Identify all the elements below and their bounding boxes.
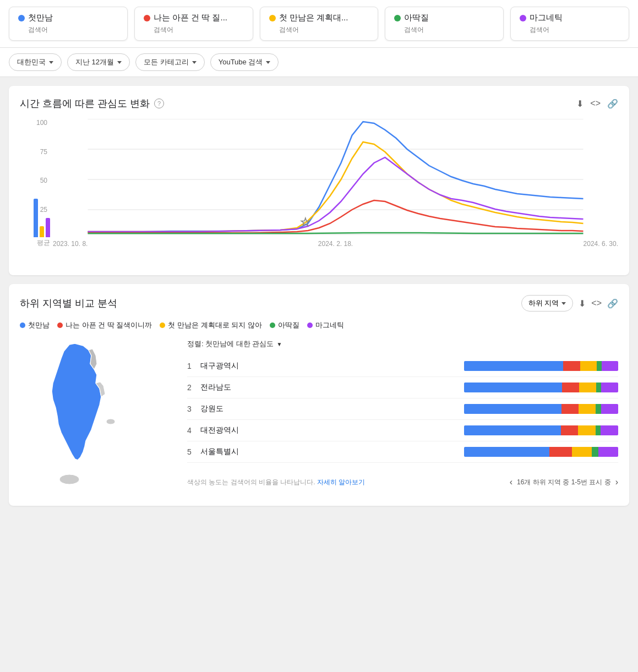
chip-dot — [18, 15, 25, 21]
rank-bar-seg — [598, 447, 618, 457]
legend-dot — [307, 323, 313, 328]
legend-dot — [160, 323, 165, 328]
chip-title: 첫만남 — [18, 13, 53, 23]
x-axis-labels: 2023. 10. 8. 2024. 2. 18. 2024. 6. 30. — [53, 240, 618, 248]
footer-text: 색상의 농도는 검색어의 비율을 나타납니다. — [187, 478, 315, 486]
rank-bar-seg — [592, 447, 598, 457]
avg-label: 평균 — [37, 238, 50, 248]
rank-bar-group — [464, 383, 618, 392]
region-section: 하위 지역별 비교 분석 하위 지역 ⬇ <> 🔗 첫만남나는 아픈 건 딱 질… — [9, 284, 629, 506]
rank-row: 4 대전광역시 — [187, 420, 618, 441]
trend-actions: ⬇ <> 🔗 — [576, 99, 618, 109]
map-islands — [106, 419, 115, 424]
filter-arrow-icon — [192, 61, 197, 64]
chip-sub: 검색어 — [530, 25, 549, 35]
legend-item: 마그네틱 — [307, 320, 344, 330]
rank-bar-seg — [597, 361, 602, 371]
trend-help-icon[interactable]: ? — [154, 99, 164, 108]
region-share-icon[interactable]: 🔗 — [607, 298, 618, 309]
rank-bar-seg — [464, 447, 549, 457]
search-chip-chip3[interactable]: 첫 만남은 계획대... 검색어 — [260, 7, 379, 41]
rank-bar-group — [464, 447, 618, 457]
region-actions: 하위 지역 ⬇ <> 🔗 — [521, 295, 618, 312]
sub-region-button[interactable]: 하위 지역 — [521, 295, 574, 312]
rank-bar-seg — [601, 404, 618, 414]
search-chip-chip1[interactable]: 첫만남 검색어 — [9, 7, 128, 41]
rank-number: 1 — [187, 362, 200, 370]
chip-title: 나는 아픈 건 딱 질... — [144, 13, 227, 23]
legend-dot — [57, 323, 63, 328]
rank-name: 대전광역시 — [200, 425, 464, 435]
chip-sub: 검색어 — [404, 25, 424, 35]
search-chip-chip4[interactable]: 아딱질 검색어 — [385, 7, 504, 41]
sort-label: 정렬: 첫만남에 대한 관심도 ▼ — [187, 339, 618, 349]
rank-name: 서울특별시 — [200, 447, 464, 457]
search-chip-chip2[interactable]: 나는 아픈 건 딱 질... 검색어 — [134, 7, 253, 41]
x-label-1: 2023. 10. 8. — [53, 240, 88, 248]
y-label-75: 75 — [20, 148, 47, 156]
rank-number: 4 — [187, 426, 200, 435]
filter-arrow-icon — [117, 61, 122, 64]
filter-period[interactable]: 지난 12개월 — [67, 53, 130, 71]
sub-region-arrow-icon — [561, 302, 566, 305]
pagination-prev[interactable]: ‹ — [510, 477, 512, 487]
filter-arrow-icon — [266, 61, 270, 64]
rank-bar-seg — [601, 383, 618, 392]
sort-chevron-icon[interactable]: ▼ — [276, 341, 282, 347]
trend-chart-wrapper: 100 75 50 25 평균 — [20, 119, 618, 264]
rank-bar-seg — [578, 425, 595, 435]
rank-bar-seg — [464, 425, 561, 435]
footer-link[interactable]: 자세히 알아보기 — [317, 478, 365, 486]
pagination-next[interactable]: › — [615, 477, 618, 487]
legend-item: 첫만남 — [20, 320, 50, 330]
avg-bar-1 — [34, 199, 38, 237]
avg-section: 평균 — [20, 193, 50, 248]
search-chip-chip5[interactable]: 마그네틱 검색어 — [510, 7, 629, 41]
rank-name: 전라남도 — [200, 383, 464, 392]
legend-label: 첫만남 — [28, 320, 50, 330]
rank-number: 2 — [187, 383, 200, 392]
chip-sub: 검색어 — [28, 25, 48, 35]
legend-dot — [20, 323, 25, 328]
trend-embed-icon[interactable]: <> — [590, 99, 601, 109]
region-legend: 첫만남나는 아픈 건 딱 질색이니까첫 만남은 계획대로 되지 않아아딱질마그네… — [20, 320, 618, 330]
legend-item: 첫 만남은 계획대로 되지 않아 — [160, 320, 261, 330]
chip-title: 아딱질 — [394, 13, 429, 23]
map-jeju — [59, 474, 79, 484]
rank-bar-seg — [464, 404, 561, 414]
chip-sub: 검색어 — [279, 25, 299, 35]
rank-bar-seg — [562, 383, 579, 392]
filter-region[interactable]: 대한민국 — [9, 53, 62, 71]
trend-section: 시간 흐름에 따른 관심도 변화 ? ⬇ <> 🔗 100 75 50 25 평… — [9, 86, 629, 275]
rank-bar-seg — [572, 447, 592, 457]
trend-title: 시간 흐름에 따른 관심도 변화 ? — [20, 97, 164, 110]
chip-title: 첫 만남은 계획대... — [269, 13, 348, 23]
chip-dot — [269, 15, 276, 21]
filter-type[interactable]: YouTube 검색 — [210, 53, 279, 71]
rank-name: 대구광역시 — [200, 361, 464, 371]
rank-bar-seg — [596, 383, 601, 392]
legend-label: 아딱질 — [278, 320, 299, 330]
rank-number: 5 — [187, 447, 200, 456]
legend-item: 아딱질 — [270, 320, 299, 330]
rank-row: 3 강원도 — [187, 398, 618, 420]
region-embed-icon[interactable]: <> — [591, 298, 602, 308]
trend-download-icon[interactable]: ⬇ — [576, 99, 584, 109]
legend-item: 나는 아픈 건 딱 질색이니까 — [57, 320, 152, 330]
korea-map — [20, 339, 174, 495]
rank-bar-seg — [464, 361, 563, 371]
x-label-3: 2024. 6. 30. — [584, 240, 618, 248]
filter-bar: 대한민국지난 12개월모든 카테고리YouTube 검색 — [0, 48, 638, 77]
chart-line-red — [88, 200, 584, 233]
rank-rows: 1 대구광역시 2 전라남도 3 강원도 4 대전광역시 5 서울특별시 — [187, 356, 618, 463]
rank-bar-seg — [579, 383, 596, 392]
rank-number: 3 — [187, 405, 200, 413]
rank-row: 1 대구광역시 — [187, 356, 618, 377]
region-download-icon[interactable]: ⬇ — [579, 298, 586, 309]
pagination-text: 16개 하위 지역 중 1-5번 표시 중 — [517, 478, 611, 487]
chip-dot — [520, 15, 526, 21]
rank-bar-seg — [464, 383, 562, 392]
legend-dot — [270, 323, 275, 328]
trend-share-icon[interactable]: 🔗 — [607, 99, 618, 109]
filter-category[interactable]: 모든 카테고리 — [135, 53, 205, 71]
